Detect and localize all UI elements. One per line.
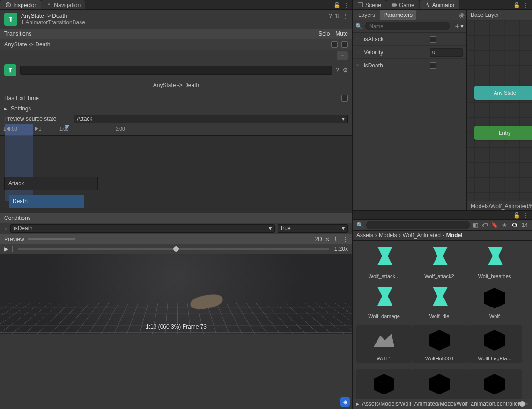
transition-icon	[4, 64, 16, 76]
project-grid[interactable]: Wolf_attack... Wolf_attack2 Wolf_breathe…	[353, 241, 532, 399]
asset-item[interactable]: WolfLLegPla...	[467, 325, 522, 363]
condition-param-dropdown[interactable]: isDeath▾	[10, 224, 275, 233]
mute-checkbox[interactable]	[341, 41, 348, 48]
state-node-anystate[interactable]: Any State	[474, 86, 532, 100]
animator-parameters-column: Layers Parameters ◉ 🔍 ＋▾ ≡ isAttack ≡ Ve…	[353, 10, 467, 211]
subtab-parameters[interactable]: Parameters	[380, 10, 416, 20]
asset-item[interactable]: Wolf_damege	[356, 285, 412, 319]
type-filter-icon[interactable]: 🔖	[491, 222, 498, 228]
avatar-icon[interactable]: 🚶	[332, 236, 340, 242]
preview-time-slider[interactable]	[28, 238, 75, 240]
tab-scene[interactable]: Scene	[353, 0, 386, 9]
lock-icon[interactable]: 🔓	[513, 212, 520, 219]
filter-icon[interactable]: ◧	[473, 222, 478, 228]
param-row[interactable]: ≡ isDeath	[353, 59, 466, 72]
param-bool-checkbox[interactable]	[430, 36, 436, 43]
preview-label: Preview	[4, 236, 24, 242]
asset-item[interactable]: Wolf_attack...	[356, 244, 412, 279]
timeline-dest-clip[interactable]: Death	[9, 195, 84, 208]
blend-region[interactable]	[5, 136, 33, 201]
animator-asset-path: Models/Wolf_Animated/Model/Wolf_animatio…	[467, 201, 532, 211]
animator-breadcrumb[interactable]: Base Layer	[471, 12, 499, 18]
hidden-icon[interactable]: 👁‍🗨	[511, 222, 518, 228]
settings-foldout[interactable]: ▸ Settings	[0, 103, 352, 114]
tab-animator[interactable]: Animator	[420, 0, 459, 9]
lock-icon[interactable]: 🔓	[333, 2, 340, 8]
hidden-count: 14	[522, 222, 528, 228]
tab-game[interactable]: Game	[386, 0, 419, 9]
kebab-icon[interactable]: ⋮	[343, 2, 349, 8]
drag-handle-icon[interactable]: ≡	[356, 63, 361, 68]
breadcrumb-part[interactable]: Models	[379, 232, 397, 239]
preview-viewport[interactable]: 1:13 (060.3%) Frame 73	[0, 254, 352, 334]
breadcrumb-part[interactable]: Assets	[356, 232, 373, 239]
asset-item[interactable]: WolfLLegPla...	[356, 369, 412, 399]
lock-icon[interactable]: 🔓	[513, 2, 520, 8]
param-bool-checkbox[interactable]	[430, 62, 436, 69]
preview-source-dropdown[interactable]: Attack▾	[74, 115, 348, 123]
timeline-source-clip[interactable]: Attack	[4, 177, 98, 190]
param-row[interactable]: ≡ Velocity	[353, 46, 466, 59]
svg-marker-20	[48, 2, 50, 5]
asset-label-icon[interactable]	[340, 397, 350, 407]
param-float-field[interactable]	[430, 48, 463, 57]
svg-rect-18	[8, 4, 9, 7]
param-row[interactable]: ≡ isAttack	[353, 33, 466, 46]
transition-list-item[interactable]: AnyState -> Death	[0, 39, 352, 50]
timeline-end-handle[interactable]: ▶ꕯ	[34, 126, 42, 132]
pivot-icon[interactable]: ⤫	[325, 236, 330, 242]
asset-item[interactable]: Wolf	[467, 285, 522, 319]
visibility-icon[interactable]: ◉	[459, 11, 465, 19]
preset-icon[interactable]: ⇅	[335, 13, 340, 19]
transition-name-field[interactable]	[20, 66, 332, 75]
tab-navigation[interactable]: Navigation	[41, 0, 85, 9]
drag-handle-icon[interactable]: ≡	[4, 225, 7, 232]
add-parameter-button[interactable]: ＋▾	[452, 22, 464, 30]
chevron-down-icon: ▾	[342, 116, 345, 122]
state-node-entry[interactable]: Entry	[474, 126, 532, 140]
project-breadcrumb[interactable]: Assets› Models› Wolf_Animated› Model	[353, 231, 532, 241]
search-icon: 🔍	[355, 23, 362, 29]
breadcrumb-part[interactable]: Model	[446, 232, 463, 239]
thumbnail-size-slider[interactable]	[523, 403, 528, 405]
animator-graph-canvas[interactable]: Any State Entry Death Blend Tree Attack	[467, 20, 532, 201]
drag-handle-icon[interactable]: ≡	[356, 37, 361, 42]
asset-item[interactable]: WolfRLegPla...	[412, 369, 467, 399]
breadcrumb-part[interactable]: Wolf_Animated	[403, 232, 441, 239]
transition-timeline[interactable]: ꕯ◀ 0:00 ▶ꕯ 1:00 2:00 Attack Death	[0, 124, 352, 213]
asset-item[interactable]: WolfHub003	[412, 325, 467, 363]
animator-tabbar: Scene Game Animator 🔓 ⋮	[353, 0, 532, 10]
speed-slider[interactable]	[18, 248, 329, 250]
expand-icon[interactable]: ▸	[356, 401, 359, 407]
asset-item[interactable]: Wolf_die	[412, 285, 467, 319]
remove-transition-button[interactable]: −	[337, 51, 348, 60]
subtab-layers[interactable]: Layers	[355, 10, 379, 20]
2d-toggle[interactable]: 2D	[315, 236, 322, 242]
asset-item[interactable]: Wolf_breathes	[467, 244, 522, 279]
kebab-icon[interactable]: ⋮	[523, 212, 529, 219]
kebab-icon[interactable]: ⋮	[342, 13, 348, 19]
project-status-path: Assets/Models/Wolf_Animated/Model/Wolf_a…	[362, 401, 520, 407]
project-search-input[interactable]	[366, 221, 470, 229]
condition-row: ≡ isDeath▾ true▾	[0, 223, 352, 234]
condition-value-dropdown[interactable]: true▾	[278, 224, 348, 233]
asset-item[interactable]: Wolf_attack2	[412, 244, 467, 279]
has-exit-time-label: Has Exit Time	[4, 95, 39, 102]
solo-checkbox[interactable]	[331, 41, 338, 48]
kebab-icon[interactable]: ⋮	[523, 2, 529, 8]
kebab-icon[interactable]: ⋮	[342, 236, 348, 242]
play-button[interactable]: ▶	[4, 246, 8, 252]
asset-item[interactable]: Wolf 1	[356, 325, 412, 363]
label-filter-icon[interactable]: 🏷	[482, 222, 488, 228]
has-exit-time-checkbox[interactable]	[341, 95, 348, 102]
help-icon[interactable]: ?	[336, 67, 339, 73]
asset-item[interactable]: WolfRLegPla...	[467, 369, 522, 399]
parameter-search-input[interactable]	[365, 22, 450, 30]
tab-inspector[interactable]: Inspector	[0, 0, 41, 9]
help-icon[interactable]: ?	[329, 13, 332, 19]
favorite-icon[interactable]: ★	[502, 222, 507, 228]
gear-icon[interactable]: ⚙	[343, 67, 348, 73]
drag-handle-icon[interactable]: ≡	[356, 50, 361, 55]
timeline-mark: 2:00	[116, 126, 125, 131]
transition-center-label: AnyState -> Death	[0, 79, 352, 93]
